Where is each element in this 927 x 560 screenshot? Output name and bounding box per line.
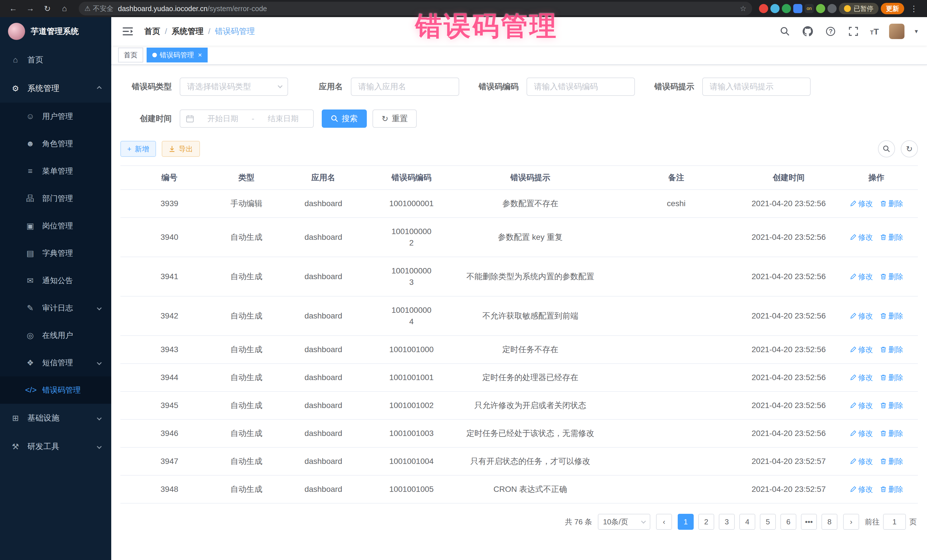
- back-icon[interactable]: ←: [6, 2, 21, 15]
- chevron-down-icon: [97, 416, 102, 420]
- sidebar-subitem[interactable]: ☺ 用户管理: [0, 103, 111, 130]
- table-column-header[interactable]: 错误码提示: [451, 166, 610, 189]
- sidebar-subitem[interactable]: ✎ 审计日志: [0, 294, 111, 322]
- extension-leaf-icon[interactable]: [816, 4, 825, 13]
- page-button[interactable]: 1: [678, 514, 694, 530]
- page-size-select[interactable]: 10条/页: [598, 514, 650, 530]
- extension-red-icon[interactable]: [759, 4, 768, 13]
- delete-link[interactable]: 删除: [880, 310, 903, 322]
- edit-link[interactable]: 修改: [850, 484, 873, 495]
- table-column-header[interactable]: 备注: [610, 166, 742, 189]
- goto-page-input[interactable]: [883, 514, 906, 530]
- page-button[interactable]: 8: [821, 514, 837, 530]
- help-icon[interactable]: ?: [824, 25, 837, 38]
- add-button[interactable]: + 新增: [120, 141, 156, 157]
- sidebar-subitem[interactable]: ◎ 在线用户: [0, 322, 111, 349]
- edit-link[interactable]: 修改: [850, 400, 873, 411]
- table-column-header[interactable]: 类型: [219, 166, 274, 189]
- extension-green-check-icon[interactable]: [782, 4, 791, 13]
- prev-page-button[interactable]: ‹: [656, 514, 672, 530]
- browser-home-icon[interactable]: ⌂: [57, 2, 72, 15]
- page-button[interactable]: 6: [780, 514, 796, 530]
- tab-error-code[interactable]: 错误码管理 ×: [147, 48, 208, 62]
- delete-link[interactable]: 删除: [880, 198, 903, 209]
- sidebar-subitem[interactable]: ☻ 角色管理: [0, 130, 111, 157]
- table-column-header[interactable]: 应用名: [274, 166, 372, 189]
- error-type-select[interactable]: 请选择错误码类型: [180, 77, 288, 96]
- fullscreen-icon[interactable]: [847, 25, 860, 38]
- breadcrumb-system[interactable]: 系统管理: [172, 26, 204, 37]
- browser-menu-icon[interactable]: ⋮: [906, 2, 921, 15]
- sidebar-item-home[interactable]: ⌂ 首页: [0, 46, 111, 74]
- extension-on-badge[interactable]: on: [805, 4, 814, 13]
- caret-down-icon[interactable]: ▾: [915, 28, 918, 35]
- sidebar-subitem[interactable]: ▣ 岗位管理: [0, 212, 111, 240]
- error-code-input[interactable]: [527, 77, 635, 96]
- breadcrumb-home[interactable]: 首页: [144, 26, 160, 37]
- close-icon[interactable]: ×: [198, 51, 202, 59]
- next-page-button[interactable]: ›: [843, 514, 859, 530]
- edit-link[interactable]: 修改: [850, 198, 873, 209]
- edit-link[interactable]: 修改: [850, 428, 873, 439]
- sidebar-item-system-management[interactable]: ⚙ 系统管理: [0, 74, 111, 103]
- cell-id: 3943: [120, 336, 219, 363]
- table-column-header[interactable]: 错误码编码: [372, 166, 451, 189]
- sidebar-collapse-icon[interactable]: [120, 24, 135, 38]
- table-column-header[interactable]: 创建时间: [742, 166, 835, 189]
- reload-icon[interactable]: ↻: [40, 2, 55, 15]
- address-bar[interactable]: ⚠ 不安全 dashboard.yudao.iocoder.cn/system/…: [79, 2, 752, 15]
- update-button[interactable]: 更新: [881, 3, 904, 14]
- page-button[interactable]: 3: [719, 514, 735, 530]
- delete-link[interactable]: 删除: [880, 344, 903, 355]
- sidebar-subitem[interactable]: ✉ 通知公告: [0, 267, 111, 294]
- reset-button[interactable]: ↻ 重置: [372, 109, 417, 128]
- forward-icon[interactable]: →: [23, 2, 38, 15]
- font-size-icon[interactable]: TT: [870, 26, 879, 37]
- github-icon[interactable]: [801, 25, 814, 38]
- table-column-header[interactable]: 编号: [120, 166, 219, 189]
- delete-link[interactable]: 删除: [880, 372, 903, 383]
- tab-home[interactable]: 首页: [118, 48, 143, 62]
- edit-link[interactable]: 修改: [850, 372, 873, 383]
- delete-link[interactable]: 删除: [880, 271, 903, 282]
- extension-blue-icon[interactable]: [770, 4, 780, 13]
- export-button[interactable]: 导出: [162, 141, 200, 157]
- edit-link[interactable]: 修改: [850, 310, 873, 322]
- extension-puzzle-icon[interactable]: [827, 4, 837, 13]
- delete-link[interactable]: 删除: [880, 428, 903, 439]
- app-logo[interactable]: 芋道管理系统: [0, 17, 111, 46]
- cell-hint: 参数配置不存在: [451, 190, 610, 217]
- paused-chip[interactable]: 已暂停: [839, 3, 878, 14]
- sidebar-subitem[interactable]: </> 错误码管理: [0, 376, 111, 404]
- sidebar-subitem[interactable]: ▤ 字典管理: [0, 240, 111, 267]
- edit-link[interactable]: 修改: [850, 271, 873, 282]
- page-button[interactable]: 2: [698, 514, 714, 530]
- show-search-toggle-button[interactable]: [878, 140, 895, 157]
- sidebar-subitem[interactable]: ≡ 菜单管理: [0, 157, 111, 185]
- delete-link[interactable]: 删除: [880, 232, 903, 243]
- search-button[interactable]: 搜索: [322, 109, 367, 128]
- delete-link[interactable]: 删除: [880, 484, 903, 495]
- edit-link[interactable]: 修改: [850, 232, 873, 243]
- page-button[interactable]: 5: [760, 514, 776, 530]
- sidebar-item-dev-tools[interactable]: ⚒ 研发工具: [0, 432, 111, 461]
- page-button[interactable]: 4: [739, 514, 755, 530]
- table-column-header[interactable]: 操作: [835, 166, 918, 189]
- search-icon[interactable]: [779, 25, 791, 38]
- page-button[interactable]: •••: [801, 514, 817, 530]
- delete-link[interactable]: 删除: [880, 400, 903, 411]
- extension-grid-icon[interactable]: [793, 4, 802, 13]
- sidebar-item-infrastructure[interactable]: ⊞ 基础设施: [0, 404, 111, 432]
- not-secure-label[interactable]: ⚠ 不安全: [84, 4, 114, 13]
- sidebar-subitem[interactable]: ❖ 短信管理: [0, 349, 111, 376]
- error-hint-input[interactable]: [702, 77, 811, 96]
- app-name-input[interactable]: [351, 77, 459, 96]
- delete-link[interactable]: 删除: [880, 456, 903, 467]
- refresh-table-button[interactable]: ↻: [901, 140, 918, 157]
- edit-link[interactable]: 修改: [850, 344, 873, 355]
- bookmark-star-icon[interactable]: ☆: [740, 4, 746, 13]
- sidebar-subitem[interactable]: 品 部门管理: [0, 185, 111, 212]
- date-range-picker[interactable]: 开始日期 - 结束日期: [180, 109, 314, 128]
- edit-link[interactable]: 修改: [850, 456, 873, 467]
- avatar[interactable]: [889, 24, 904, 39]
